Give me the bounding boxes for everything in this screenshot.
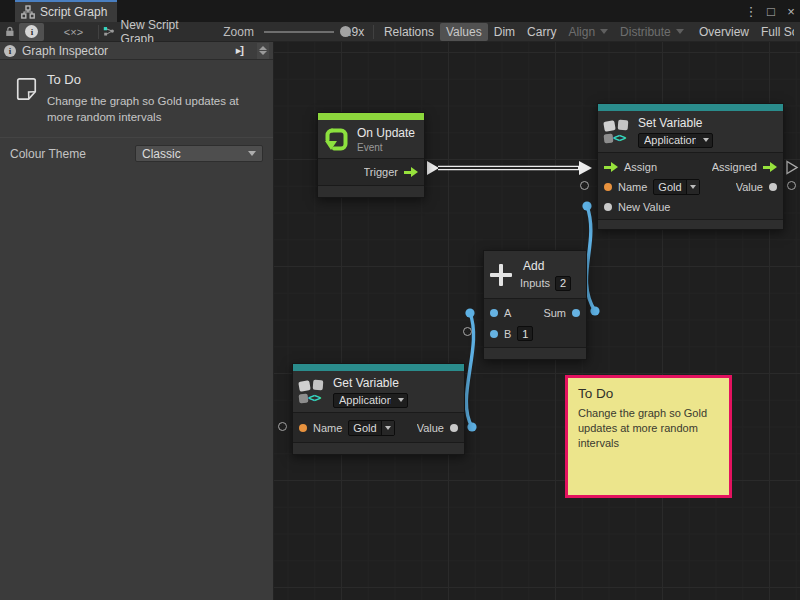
node-title: On Update [357,126,415,140]
relations-button[interactable]: Relations [378,23,440,41]
node-footer [484,348,586,359]
panel-scroll-spinner[interactable] [257,43,269,59]
fullscreen-button[interactable]: Full Screen [755,23,800,41]
plus-icon [490,264,512,286]
sticky-note[interactable]: To Do Change the graph so Gold updates a… [565,375,732,498]
graph-inspector-header: i Graph Inspector ▸] [0,42,273,60]
name-port-dot[interactable] [299,424,307,432]
node-ports: Name Gold Value [293,413,464,443]
sum-port-label: Sum [543,307,566,319]
control-port-arrow-icon[interactable] [404,167,418,177]
variable-scope-select[interactable]: Application [638,133,713,148]
new-script-graph-icon [103,25,114,38]
node-get-variable[interactable]: <> Get Variable Application Name Gold [292,363,465,455]
assigned-port-label: Assigned [712,161,757,173]
sticky-note-body: Change the graph so Gold updates at more… [578,406,720,451]
tab-label: Script Graph [40,5,107,19]
control-port-arrow-icon[interactable] [763,162,777,172]
graph-tab-icon [21,5,35,19]
carry-button[interactable]: Carry [521,23,562,41]
toolbar-separator [98,25,99,39]
note-body: Change the graph so Gold updates at more… [47,93,265,125]
a-port-dot[interactable] [490,309,498,317]
node-header: <> Get Variable Application [293,371,464,413]
info-icon: i [25,25,38,38]
node-header: <> Set Variable Application [598,111,783,153]
chevron-down-icon [398,398,404,402]
inputs-label: Inputs [520,277,550,289]
dim-button[interactable]: Dim [488,23,521,41]
zoom-label: Zoom [223,25,254,39]
zoom-slider-handle[interactable] [340,26,351,37]
assign-port-label: Assign [624,161,657,173]
chevron-down-icon [676,29,684,34]
get-variable-name-port-indicator[interactable] [278,422,287,431]
align-dropdown[interactable]: Align [562,23,614,41]
value-port-dot[interactable] [769,183,777,191]
node-subtitle: Event [357,142,415,153]
add-b-port-indicator[interactable] [463,327,472,336]
value-port-label: Value [736,181,763,193]
more-icon[interactable]: ⋮ [744,4,758,19]
distribute-dropdown[interactable]: Distribute [614,23,690,41]
window-controls: ⋮ □ × [744,0,798,22]
colour-theme-label: Colour Theme [10,147,86,161]
name-port-label: Name [618,181,647,193]
variable-scope-select[interactable]: Application [333,393,408,408]
variable-name-select[interactable]: Gold [348,420,394,436]
script-graph-window: Script Graph ⋮ □ × i <×> New Script Grap… [0,0,800,600]
chevron-down-icon[interactable] [259,51,267,55]
toolbar-separator [373,25,374,39]
inputs-count-field[interactable]: 2 [555,276,571,291]
inspector-toggle-button[interactable]: i [19,23,44,41]
chevron-down-icon[interactable] [686,180,699,194]
value-port-dot[interactable] [450,424,458,432]
tab-script-graph[interactable]: Script Graph [15,0,117,22]
a-port-label: A [504,307,511,319]
sticky-note-title: To Do [578,386,719,401]
maximize-icon[interactable]: □ [764,4,778,19]
variables-icon: <> [299,379,325,405]
lock-icon[interactable] [5,25,15,38]
trigger-port-label: Trigger [364,166,398,178]
node-footer [293,443,464,454]
control-port-arrow-icon[interactable] [604,162,618,172]
colour-theme-select[interactable]: Classic [135,145,263,162]
chevron-down-icon [600,29,608,34]
chevron-up-icon[interactable] [259,46,267,50]
variables-icon: <> [604,119,630,145]
new-value-port-dot[interactable] [604,203,612,211]
node-color-bar [598,104,783,111]
close-icon[interactable]: × [784,4,798,19]
graph-inspector-title: Graph Inspector [22,44,108,58]
set-variable-value-port-indicator[interactable] [787,181,796,190]
node-set-variable[interactable]: <> Set Variable Application Assign Assig… [597,103,784,230]
b-port-dot[interactable] [490,330,498,338]
chevron-down-icon[interactable] [381,421,394,435]
node-ports: A Sum B 1 [484,299,586,348]
name-port-label: Name [313,422,342,434]
variable-name-select[interactable]: Gold [653,179,699,195]
node-header: Add Inputs 2 [484,251,586,299]
name-port-dot[interactable] [604,183,612,191]
sticky-note-icon [16,72,37,106]
node-on-update[interactable]: On Update Event Trigger [317,112,425,198]
node-title: Get Variable [333,376,408,390]
set-variable-name-port-indicator[interactable] [580,181,589,190]
node-color-bar [318,113,424,120]
info-icon: i [4,45,16,57]
sum-port-dot[interactable] [572,309,580,317]
zoom-slider[interactable] [264,31,334,33]
values-button[interactable]: Values [440,23,488,41]
node-header: On Update Event [318,120,424,159]
new-value-port-label: New Value [618,201,670,213]
graph-inspector-panel: i Graph Inspector ▸] To Do Change the gr… [0,42,274,600]
overview-button[interactable]: Overview [693,23,755,41]
b-port-label: B [504,328,511,340]
expand-panel-icon[interactable]: ▸] [236,44,243,57]
code-view-icon[interactable]: <×> [64,26,83,38]
b-value-field[interactable]: 1 [517,326,533,341]
inspector-note-summary: To Do Change the graph so Gold updates a… [0,60,273,135]
toolbar: i <×> New Script Graph Zoom 0.9x Relatio… [0,22,800,42]
node-add[interactable]: Add Inputs 2 A Sum [483,250,587,360]
